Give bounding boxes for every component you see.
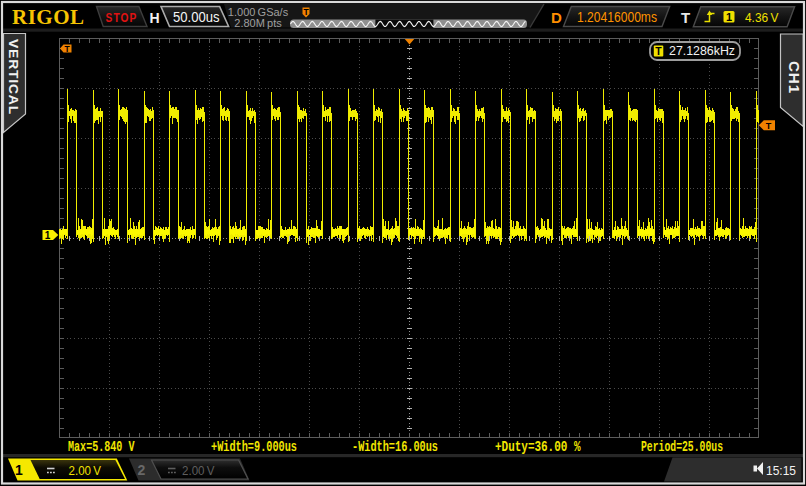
svg-text:4.36 V: 4.36 V xyxy=(745,10,779,25)
svg-text:1: 1 xyxy=(15,462,23,478)
svg-text:T: T xyxy=(655,45,662,57)
svg-text:2.00 V: 2.00 V xyxy=(69,463,102,478)
svg-text:Max=5.840 V: Max=5.840 V xyxy=(68,439,135,456)
svg-text:15:15: 15:15 xyxy=(766,463,796,478)
svg-text:50.00us: 50.00us xyxy=(173,9,220,25)
svg-text:VERTICAL: VERTICAL xyxy=(6,39,21,115)
svg-text:STOP: STOP xyxy=(106,11,138,25)
svg-text:Period=25.00us: Period=25.00us xyxy=(641,439,723,456)
svg-text:RIGOL: RIGOL xyxy=(12,5,85,29)
svg-text:T: T xyxy=(65,44,71,54)
svg-text:2: 2 xyxy=(138,462,146,478)
svg-text:D: D xyxy=(551,9,562,26)
svg-text:2.00 V: 2.00 V xyxy=(182,463,215,478)
svg-text:T: T xyxy=(766,121,772,131)
svg-text:-Width=16.00us: -Width=16.00us xyxy=(352,439,438,456)
svg-text:CH1: CH1 xyxy=(786,61,802,94)
svg-text:H: H xyxy=(150,10,160,26)
svg-text:1: 1 xyxy=(45,230,51,241)
svg-text:T: T xyxy=(681,9,690,26)
svg-text:T: T xyxy=(303,7,309,17)
svg-text:1: 1 xyxy=(726,11,732,23)
svg-text:+Duty=36.00 %: +Duty=36.00 % xyxy=(495,439,581,456)
svg-text:+Width=9.000us: +Width=9.000us xyxy=(211,439,297,456)
svg-text:2.80M pts: 2.80M pts xyxy=(234,17,282,29)
svg-text:1.20416000ms: 1.20416000ms xyxy=(577,9,657,25)
svg-text:27.1286kHz: 27.1286kHz xyxy=(669,44,735,58)
